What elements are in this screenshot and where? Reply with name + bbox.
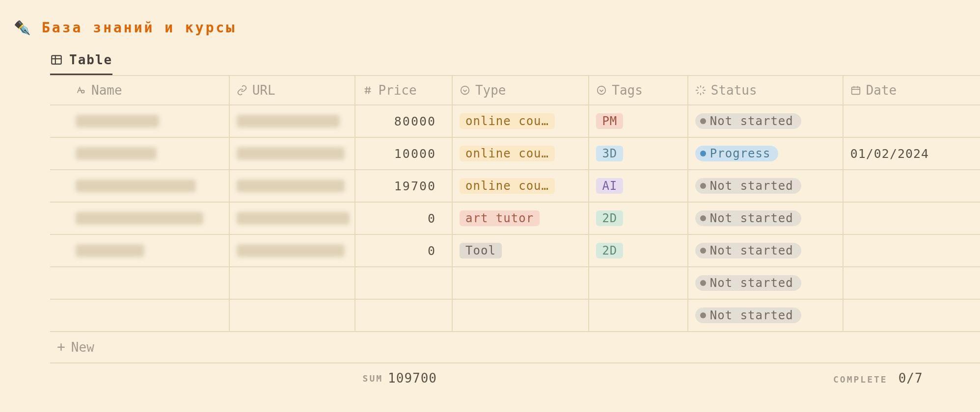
table-row[interactable]: 10000online cou…3DProgress01/02/2024 xyxy=(50,138,980,170)
status-dot-icon xyxy=(700,215,706,221)
cell-url-redacted[interactable] xyxy=(237,244,345,257)
tag-pill-label: AI xyxy=(602,179,617,193)
svg-rect-0 xyxy=(52,55,61,64)
type-pill-label: online cou… xyxy=(465,179,549,193)
tab-label: Table xyxy=(69,52,112,67)
column-header-name[interactable]: Name xyxy=(76,83,122,98)
select-icon xyxy=(460,85,470,96)
cell-date[interactable]: 01/02/2024 xyxy=(850,147,929,161)
cell-url-redacted[interactable] xyxy=(237,147,345,160)
tab-table[interactable]: Table xyxy=(50,52,112,75)
column-header-date[interactable]: Date xyxy=(850,83,897,98)
status-pill-label: Not started xyxy=(710,309,793,322)
table-row[interactable]: 19700online cou…AINot started xyxy=(50,170,980,203)
column-header-label: Tags xyxy=(612,83,643,98)
status-dot-icon xyxy=(700,183,706,189)
status-pill[interactable]: Not started xyxy=(695,275,801,291)
status-pill[interactable]: Not started xyxy=(695,178,801,194)
type-pill[interactable]: art tutor xyxy=(460,210,540,226)
tag-pill-label: PM xyxy=(602,114,617,128)
table-header-row: Name URL Price Type Tags Status Date xyxy=(50,76,980,105)
type-pill[interactable]: Tool xyxy=(460,243,502,258)
cell-price[interactable]: 10000 xyxy=(394,147,436,161)
status-dot-icon xyxy=(700,118,706,124)
view-tabs: Table xyxy=(50,52,980,75)
column-header-url[interactable]: URL xyxy=(237,83,275,98)
svg-line-16 xyxy=(703,87,704,88)
cell-price[interactable]: 0 xyxy=(428,211,436,226)
column-header-label: Date xyxy=(866,83,897,98)
cell-price[interactable]: 19700 xyxy=(394,179,436,193)
status-pill[interactable]: Not started xyxy=(695,113,801,129)
database-table: Name URL Price Type Tags Status Date 800… xyxy=(50,75,980,393)
tag-pill[interactable]: 2D xyxy=(596,210,623,226)
column-header-tags[interactable]: Tags xyxy=(596,83,643,98)
column-header-label: Status xyxy=(711,83,757,98)
status-pill[interactable]: Progress xyxy=(695,146,779,161)
cell-price[interactable]: 80000 xyxy=(394,114,436,129)
number-icon xyxy=(362,85,373,96)
type-pill[interactable]: online cou… xyxy=(460,146,555,161)
link-icon xyxy=(237,85,247,96)
table-footer-row: SUM 109700 COMPLETE 0/7 xyxy=(50,363,980,393)
svg-line-12 xyxy=(703,93,704,94)
tag-pill[interactable]: 3D xyxy=(596,146,623,161)
column-header-price[interactable]: Price xyxy=(362,83,416,98)
status-dot-icon xyxy=(700,280,706,286)
cell-url-redacted[interactable] xyxy=(237,212,350,225)
pen-icon: ✒️ xyxy=(14,21,31,35)
status-pill[interactable]: Not started xyxy=(695,243,801,258)
type-pill[interactable]: online cou… xyxy=(460,113,555,129)
type-pill-label: Tool xyxy=(465,244,496,258)
add-row-button[interactable]: + New xyxy=(50,332,980,363)
cell-name-redacted[interactable] xyxy=(76,147,157,160)
tag-pill-label: 2D xyxy=(602,211,617,225)
svg-line-15 xyxy=(697,93,698,94)
type-pill-label: online cou… xyxy=(465,114,549,128)
column-header-type[interactable]: Type xyxy=(460,83,506,98)
table-row[interactable]: 80000online cou…PMNot started xyxy=(50,105,980,138)
status-pill-label: Not started xyxy=(710,276,793,290)
svg-line-5 xyxy=(366,87,367,94)
type-pill-label: art tutor xyxy=(465,211,534,225)
status-pill[interactable]: Not started xyxy=(695,308,801,323)
cell-url-redacted[interactable] xyxy=(237,115,340,128)
svg-point-8 xyxy=(598,86,606,95)
table-row[interactable]: Not started xyxy=(50,300,980,332)
column-header-label: URL xyxy=(252,83,275,98)
cell-price[interactable]: 0 xyxy=(428,244,436,258)
svg-line-11 xyxy=(697,87,698,88)
table-icon xyxy=(50,53,63,66)
table-row[interactable]: Not started xyxy=(50,267,980,300)
tag-pill[interactable]: 2D xyxy=(596,243,623,258)
tag-pill-label: 2D xyxy=(602,244,617,258)
footer-sum-cell[interactable]: SUM 109700 xyxy=(355,363,453,393)
table-row[interactable]: 0Tool2DNot started xyxy=(50,235,980,267)
tag-pill[interactable]: PM xyxy=(596,113,623,129)
calendar-icon xyxy=(850,85,861,96)
status-icon xyxy=(695,85,706,96)
select-icon xyxy=(596,85,607,96)
svg-point-7 xyxy=(461,86,469,95)
footer-sum-value: 109700 xyxy=(388,371,437,386)
column-header-label: Name xyxy=(91,83,122,98)
cell-name-redacted[interactable] xyxy=(76,180,196,192)
svg-rect-17 xyxy=(851,87,860,95)
status-dot-icon xyxy=(700,312,706,318)
column-header-status[interactable]: Status xyxy=(695,83,757,98)
table-row[interactable]: 0art tutor2DNot started xyxy=(50,203,980,235)
cell-url-redacted[interactable] xyxy=(237,180,345,192)
status-dot-icon xyxy=(700,151,706,156)
status-pill-label: Not started xyxy=(710,114,793,128)
cell-name-redacted[interactable] xyxy=(76,115,159,128)
status-pill[interactable]: Not started xyxy=(695,210,801,226)
tag-pill[interactable]: AI xyxy=(596,178,623,194)
type-pill[interactable]: online cou… xyxy=(460,178,555,194)
column-header-label: Price xyxy=(378,83,416,98)
page-title[interactable]: База знаний и курсы xyxy=(42,20,236,36)
status-pill-label: Not started xyxy=(710,179,793,193)
cell-name-redacted[interactable] xyxy=(76,244,144,257)
footer-sum-label: SUM xyxy=(363,373,383,384)
column-header-label: Type xyxy=(475,83,506,98)
cell-name-redacted[interactable] xyxy=(76,212,203,225)
